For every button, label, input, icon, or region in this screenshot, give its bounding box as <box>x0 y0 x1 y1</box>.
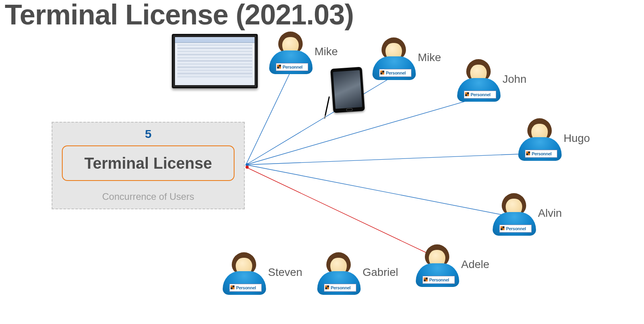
user-name-label: John <box>503 73 527 86</box>
svg-line-6 <box>246 165 503 215</box>
personnel-badge: Personnel <box>464 91 496 99</box>
svg-line-3 <box>246 77 392 165</box>
user-name-label: Mike <box>315 45 338 58</box>
license-count: 5 <box>52 127 244 141</box>
user-name-label: Alvin <box>538 207 562 220</box>
monitor-device-icon <box>172 34 258 88</box>
user-name-label: Steven <box>268 266 302 279</box>
svg-line-7 <box>246 167 430 254</box>
user-name-label: Mike <box>418 51 441 64</box>
svg-line-5 <box>246 154 528 165</box>
stylus-icon <box>324 96 330 119</box>
personnel-badge: Personnel <box>229 284 262 292</box>
license-box: 5 Terminal License Concurrence of Users <box>52 122 245 209</box>
personnel-badge: Personnel <box>324 284 356 292</box>
svg-point-0 <box>246 163 249 166</box>
personnel-badge: Personnel <box>276 63 308 71</box>
license-subtitle: Concurrence of Users <box>52 191 244 202</box>
tablet-device-icon <box>330 67 365 113</box>
license-label: Terminal License <box>62 145 235 181</box>
user-name-label: Hugo <box>564 132 590 145</box>
personnel-badge: Personnel <box>379 69 411 77</box>
user-name-label: Adele <box>461 258 490 271</box>
personnel-badge: Personnel <box>525 150 557 158</box>
personnel-badge: Personnel <box>499 225 532 233</box>
svg-point-1 <box>246 166 249 169</box>
personnel-badge: Personnel <box>423 276 455 284</box>
user-name-label: Gabriel <box>363 266 398 279</box>
page-title: Terminal License (2021.03) <box>5 0 354 31</box>
